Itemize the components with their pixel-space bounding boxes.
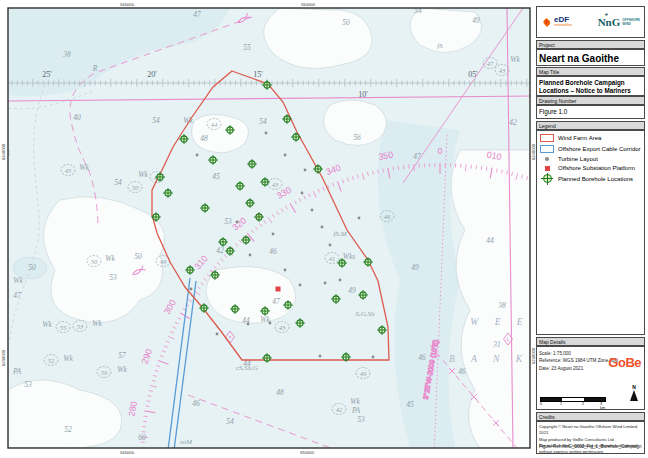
legend-item-borehole: Planned Borehole Locations [540,174,641,183]
depth-sounding: 46 [458,367,466,376]
depth-sounding: Wk [79,163,89,172]
depth-sounding: 42 [216,246,224,255]
nautical-chart-map: 25'20'15'10'05'3°25'W-2009 (10'E)L280290… [0,0,536,458]
northing-label: 6240000 [531,143,536,160]
svg-text:53: 53 [77,323,84,330]
depth-sounding: 31 [492,340,501,349]
scale-bar: 0 1 2 3 km [540,397,606,408]
turbine-marker [247,323,250,326]
edf-renewables-logo: eDF renewables [541,16,572,28]
svg-text:45: 45 [65,167,72,174]
depth-sounding: Wk [105,254,115,263]
bank-name-label: W E E [470,317,529,327]
depth-sounding: 50 [134,252,142,261]
depth-sounding: 54 [226,417,234,426]
depth-sounding: 46 [192,399,200,408]
easting-label: 540000 [120,2,135,7]
seabed-type-label: S.G.Sh [355,310,375,318]
depth-sounding: 52 [64,425,72,434]
turbine-marker [358,217,361,220]
longitude-label: 05' [468,70,478,79]
depth-sounding: 48 [276,388,284,397]
cable-corridor-icon [540,145,554,153]
legend-item-cable-corridor: Offshore Export Cable Corridor [540,145,641,153]
nng-wordmark: NnG✳ [598,16,621,28]
longitude-label: 15' [253,70,263,79]
credit-line: Copyright © Neart na Gaoithe Offshore Wi… [539,424,642,437]
depth-sounding: 48 [200,134,208,143]
longitude-label: 20' [147,70,157,79]
depth-sounding: 47 [272,297,280,306]
map-details-box: Scale: 1:75,000 Reference: WGS 1984 UTM … [536,346,645,410]
map-title-text: Planned Borehole Campaign Locations – No… [537,77,644,96]
depth-sounding: 53 [24,380,32,389]
turbine-marker [249,254,252,257]
svg-text:55: 55 [60,324,67,331]
svg-text:47: 47 [487,60,494,67]
depth-sounding: 56 [353,133,361,142]
depth-sounding: Wks [343,252,356,261]
depth-sounding: 49 [472,16,480,25]
depth-sounding: 38 [497,301,506,310]
seabed-type-label: fS [437,42,443,50]
seabed-type-label: cS.Sh.G [236,364,258,372]
svg-text:L: L [506,336,509,342]
easting-label: 550000 [300,450,315,455]
chart-layers: 25'20'15'10'05'3°25'W-2009 (10'E)L280290… [0,6,530,456]
map-title-box: Planned Borehole Campaign Locations – No… [536,76,645,96]
depth-sounding: 53 [357,415,365,424]
depth-sounding: 55 [243,43,251,52]
svg-text:49: 49 [360,370,367,377]
depth-sounding: 45 [212,172,220,181]
depth-sounding: 47 [13,291,21,300]
credits-box: Copyright © Neart na Gaoithe Offshore Wi… [536,421,645,454]
turbine-marker [299,284,302,287]
svg-text:46: 46 [384,213,391,220]
turbine-marker [272,233,275,236]
depth-sounding: 47 [193,10,201,19]
north-arrow-icon [630,390,638,401]
nng-turbine-icon: ✳ [605,12,608,17]
depth-sounding: R [92,64,98,73]
turbine-marker [324,282,327,285]
figure-page: { "sidebar": { "logos": {"edf_name":"eDF… [0,0,648,458]
gobe-logo: GoBe [608,353,641,374]
turbine-marker [284,154,287,157]
project-value-box: Neart na Gaoithe [536,49,645,66]
wind-farm-area-icon [540,134,554,142]
depth-sounding: Wk [138,170,148,179]
svg-text:44: 44 [211,121,218,128]
turbine-marker [216,333,219,336]
turbine-icon [545,157,549,161]
edf-renewables-label: renewables [554,24,572,28]
depth-sounding: PA [351,406,361,415]
northing-label: 6240000 [1,143,6,160]
turbine-marker [284,269,287,272]
legend-item-substation: Offshore Substation Platform [540,165,641,171]
turbine-marker [196,154,199,157]
nng-offshore-wind-label: OFFSHOREWIND [622,19,640,26]
substation-marker [276,287,281,292]
edf-flame-icon [541,17,552,28]
depth-sounding: 45 [406,400,414,409]
depth-sounding: 46 [418,353,426,362]
turbine-marker [190,288,193,291]
depth-sounding: 54 [152,116,160,125]
turbine-marker [265,132,268,135]
svg-text:43: 43 [279,324,286,331]
turbine-marker [339,279,342,282]
legend-item-turbine-layout: Turbine Layout [540,156,641,162]
compass-bearing-label: 0 [437,146,442,156]
depth-sounding: 53 [224,217,232,226]
drawing-number-box: Figure 1.0 [536,105,645,119]
legend-item-wind-farm-area: Wind Farm Area [540,134,641,142]
north-arrow: N [630,385,638,401]
depth-sounding: 53 [109,273,117,282]
depth-sounding: Wk [510,55,520,64]
depth-sounding: Wk [42,320,52,329]
svg-text:50: 50 [132,184,139,191]
depth-sounding: Wk [117,365,127,374]
longitude-label: 25' [42,70,52,79]
figure-ref: Figure Ref: NnG_0002_Fig_1_Borehole_Camp… [539,444,642,451]
depth-sounding: 50 [28,263,36,272]
